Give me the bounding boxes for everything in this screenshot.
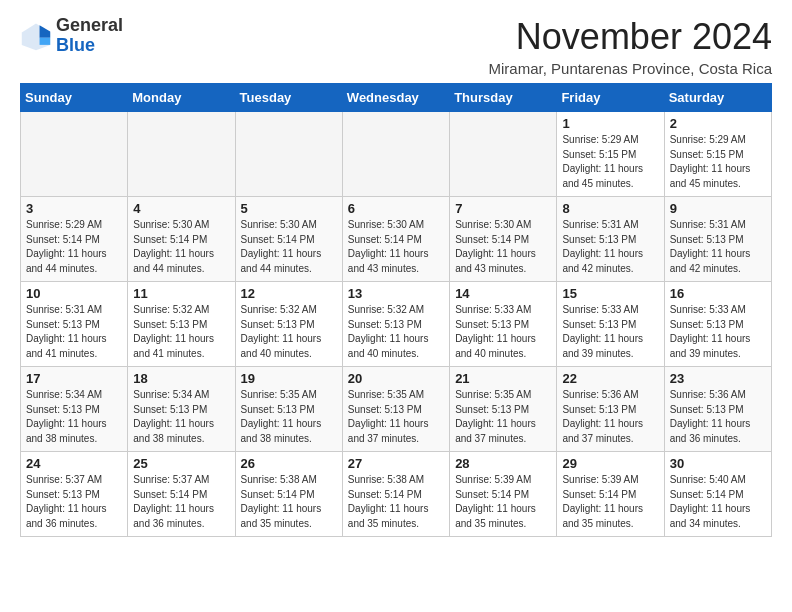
day-number: 21: [455, 371, 551, 386]
day-number: 30: [670, 456, 766, 471]
day-info: Sunrise: 5:35 AM Sunset: 5:13 PM Dayligh…: [455, 388, 551, 446]
day-cell: 23Sunrise: 5:36 AM Sunset: 5:13 PM Dayli…: [664, 367, 771, 452]
day-info: Sunrise: 5:33 AM Sunset: 5:13 PM Dayligh…: [670, 303, 766, 361]
day-cell: [450, 112, 557, 197]
day-info: Sunrise: 5:39 AM Sunset: 5:14 PM Dayligh…: [562, 473, 658, 531]
day-number: 22: [562, 371, 658, 386]
day-header-saturday: Saturday: [664, 84, 771, 112]
day-cell: 17Sunrise: 5:34 AM Sunset: 5:13 PM Dayli…: [21, 367, 128, 452]
location-title: Miramar, Puntarenas Province, Costa Rica: [489, 60, 772, 77]
day-number: 25: [133, 456, 229, 471]
day-cell: 9Sunrise: 5:31 AM Sunset: 5:13 PM Daylig…: [664, 197, 771, 282]
day-number: 12: [241, 286, 337, 301]
logo: General Blue: [20, 16, 123, 56]
day-number: 17: [26, 371, 122, 386]
day-info: Sunrise: 5:35 AM Sunset: 5:13 PM Dayligh…: [348, 388, 444, 446]
day-cell: 7Sunrise: 5:30 AM Sunset: 5:14 PM Daylig…: [450, 197, 557, 282]
day-number: 23: [670, 371, 766, 386]
day-header-sunday: Sunday: [21, 84, 128, 112]
day-number: 14: [455, 286, 551, 301]
calendar-body: 1Sunrise: 5:29 AM Sunset: 5:15 PM Daylig…: [21, 112, 772, 537]
day-number: 7: [455, 201, 551, 216]
day-number: 1: [562, 116, 658, 131]
day-number: 15: [562, 286, 658, 301]
day-cell: 21Sunrise: 5:35 AM Sunset: 5:13 PM Dayli…: [450, 367, 557, 452]
day-cell: [235, 112, 342, 197]
day-number: 5: [241, 201, 337, 216]
day-number: 16: [670, 286, 766, 301]
day-cell: 6Sunrise: 5:30 AM Sunset: 5:14 PM Daylig…: [342, 197, 449, 282]
day-info: Sunrise: 5:37 AM Sunset: 5:14 PM Dayligh…: [133, 473, 229, 531]
day-number: 29: [562, 456, 658, 471]
day-number: 26: [241, 456, 337, 471]
day-info: Sunrise: 5:31 AM Sunset: 5:13 PM Dayligh…: [26, 303, 122, 361]
day-number: 2: [670, 116, 766, 131]
day-cell: 18Sunrise: 5:34 AM Sunset: 5:13 PM Dayli…: [128, 367, 235, 452]
day-info: Sunrise: 5:34 AM Sunset: 5:13 PM Dayligh…: [26, 388, 122, 446]
day-number: 3: [26, 201, 122, 216]
day-cell: 26Sunrise: 5:38 AM Sunset: 5:14 PM Dayli…: [235, 452, 342, 537]
svg-marker-3: [40, 38, 51, 45]
day-number: 9: [670, 201, 766, 216]
day-info: Sunrise: 5:33 AM Sunset: 5:13 PM Dayligh…: [455, 303, 551, 361]
day-cell: 3Sunrise: 5:29 AM Sunset: 5:14 PM Daylig…: [21, 197, 128, 282]
day-number: 11: [133, 286, 229, 301]
week-row-4: 17Sunrise: 5:34 AM Sunset: 5:13 PM Dayli…: [21, 367, 772, 452]
day-number: 10: [26, 286, 122, 301]
day-cell: 24Sunrise: 5:37 AM Sunset: 5:13 PM Dayli…: [21, 452, 128, 537]
day-info: Sunrise: 5:32 AM Sunset: 5:13 PM Dayligh…: [241, 303, 337, 361]
calendar: SundayMondayTuesdayWednesdayThursdayFrid…: [20, 83, 772, 537]
logo-blue: Blue: [56, 35, 95, 55]
calendar-header: SundayMondayTuesdayWednesdayThursdayFrid…: [21, 84, 772, 112]
day-cell: 27Sunrise: 5:38 AM Sunset: 5:14 PM Dayli…: [342, 452, 449, 537]
day-cell: 1Sunrise: 5:29 AM Sunset: 5:15 PM Daylig…: [557, 112, 664, 197]
day-info: Sunrise: 5:40 AM Sunset: 5:14 PM Dayligh…: [670, 473, 766, 531]
week-row-5: 24Sunrise: 5:37 AM Sunset: 5:13 PM Dayli…: [21, 452, 772, 537]
day-info: Sunrise: 5:36 AM Sunset: 5:13 PM Dayligh…: [670, 388, 766, 446]
day-info: Sunrise: 5:32 AM Sunset: 5:13 PM Dayligh…: [133, 303, 229, 361]
day-cell: 30Sunrise: 5:40 AM Sunset: 5:14 PM Dayli…: [664, 452, 771, 537]
day-number: 19: [241, 371, 337, 386]
day-info: Sunrise: 5:30 AM Sunset: 5:14 PM Dayligh…: [241, 218, 337, 276]
title-block: November 2024 Miramar, Puntarenas Provin…: [489, 16, 772, 77]
day-cell: 4Sunrise: 5:30 AM Sunset: 5:14 PM Daylig…: [128, 197, 235, 282]
week-row-2: 3Sunrise: 5:29 AM Sunset: 5:14 PM Daylig…: [21, 197, 772, 282]
day-info: Sunrise: 5:39 AM Sunset: 5:14 PM Dayligh…: [455, 473, 551, 531]
logo-icon: [20, 20, 52, 52]
day-info: Sunrise: 5:29 AM Sunset: 5:15 PM Dayligh…: [670, 133, 766, 191]
day-cell: 10Sunrise: 5:31 AM Sunset: 5:13 PM Dayli…: [21, 282, 128, 367]
logo-text: General Blue: [56, 16, 123, 56]
day-cell: 5Sunrise: 5:30 AM Sunset: 5:14 PM Daylig…: [235, 197, 342, 282]
day-info: Sunrise: 5:29 AM Sunset: 5:14 PM Dayligh…: [26, 218, 122, 276]
day-cell: 14Sunrise: 5:33 AM Sunset: 5:13 PM Dayli…: [450, 282, 557, 367]
day-header-friday: Friday: [557, 84, 664, 112]
logo-general: General: [56, 15, 123, 35]
day-number: 13: [348, 286, 444, 301]
day-header-tuesday: Tuesday: [235, 84, 342, 112]
day-cell: 15Sunrise: 5:33 AM Sunset: 5:13 PM Dayli…: [557, 282, 664, 367]
week-row-3: 10Sunrise: 5:31 AM Sunset: 5:13 PM Dayli…: [21, 282, 772, 367]
day-info: Sunrise: 5:30 AM Sunset: 5:14 PM Dayligh…: [133, 218, 229, 276]
day-cell: 11Sunrise: 5:32 AM Sunset: 5:13 PM Dayli…: [128, 282, 235, 367]
day-cell: 22Sunrise: 5:36 AM Sunset: 5:13 PM Dayli…: [557, 367, 664, 452]
day-cell: [21, 112, 128, 197]
day-cell: 12Sunrise: 5:32 AM Sunset: 5:13 PM Dayli…: [235, 282, 342, 367]
day-cell: 13Sunrise: 5:32 AM Sunset: 5:13 PM Dayli…: [342, 282, 449, 367]
day-number: 20: [348, 371, 444, 386]
day-info: Sunrise: 5:36 AM Sunset: 5:13 PM Dayligh…: [562, 388, 658, 446]
day-info: Sunrise: 5:37 AM Sunset: 5:13 PM Dayligh…: [26, 473, 122, 531]
day-header-monday: Monday: [128, 84, 235, 112]
day-info: Sunrise: 5:31 AM Sunset: 5:13 PM Dayligh…: [670, 218, 766, 276]
day-cell: 28Sunrise: 5:39 AM Sunset: 5:14 PM Dayli…: [450, 452, 557, 537]
day-number: 28: [455, 456, 551, 471]
svg-marker-2: [40, 25, 51, 37]
month-title: November 2024: [489, 16, 772, 58]
day-cell: 8Sunrise: 5:31 AM Sunset: 5:13 PM Daylig…: [557, 197, 664, 282]
day-header-thursday: Thursday: [450, 84, 557, 112]
day-number: 24: [26, 456, 122, 471]
header: General Blue November 2024 Miramar, Punt…: [20, 16, 772, 77]
day-info: Sunrise: 5:32 AM Sunset: 5:13 PM Dayligh…: [348, 303, 444, 361]
day-info: Sunrise: 5:31 AM Sunset: 5:13 PM Dayligh…: [562, 218, 658, 276]
day-cell: [342, 112, 449, 197]
day-number: 4: [133, 201, 229, 216]
